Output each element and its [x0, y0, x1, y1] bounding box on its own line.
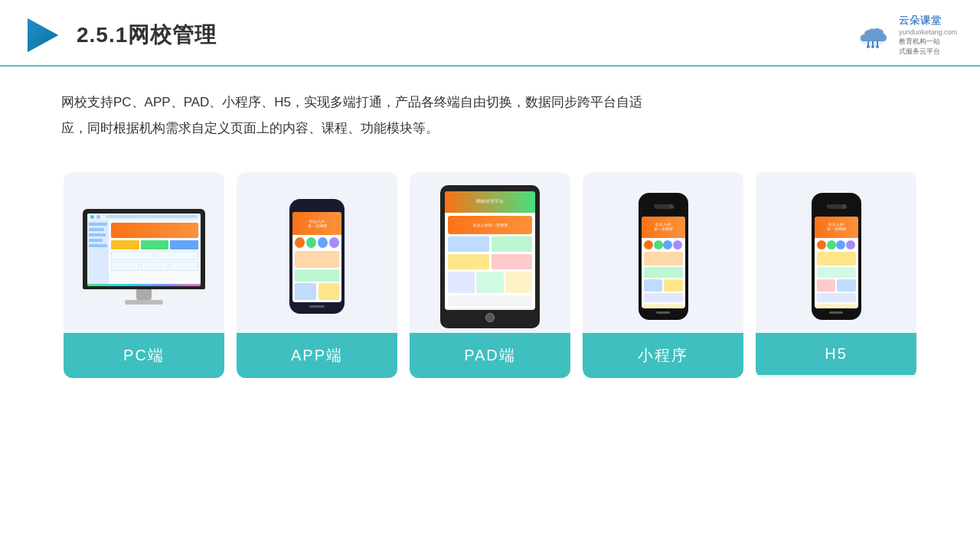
page-header: 2.5.1网校管理 云朵课堂 yunduoketang.com 教育机构一站 式… [0, 0, 980, 67]
svg-point-3 [867, 45, 870, 48]
tablet-mockup: 网校管理平台 职达人的第一堂网课 [440, 185, 540, 328]
miniprogram-phone-mockup: 职达人的第一堂网课 [639, 193, 688, 320]
h5-card: 职达人的第一堂网课 [756, 172, 916, 378]
monitor-mockup [83, 209, 205, 305]
miniprogram-card-label: 小程序 [583, 333, 743, 378]
pc-card-label: PC端 [64, 333, 224, 378]
header-left: 2.5.1网校管理 [23, 15, 217, 55]
brand-cloud-icon [854, 21, 891, 49]
miniprogram-card: 职达人的第一堂网课 [583, 172, 743, 378]
header-right: 云朵课堂 yunduoketang.com 教育机构一站 式服务云平台 [854, 14, 957, 56]
svg-marker-1 [28, 18, 58, 52]
device-cards-container: PC端 职达人的第一堂网课 [0, 157, 980, 393]
h5-card-image: 职达人的第一堂网课 [756, 172, 916, 333]
brand-slogan: 教育机构一站 式服务云平台 [899, 37, 940, 56]
miniprogram-card-image: 职达人的第一堂网课 [583, 172, 743, 333]
pad-card-image: 网校管理平台 职达人的第一堂网课 [410, 172, 570, 333]
svg-point-5 [876, 45, 879, 48]
description-text: 网校支持PC、APP、PAD、小程序、H5，实现多端打通，产品各终端自由切换，数… [0, 67, 689, 149]
h5-card-label: H5 [756, 333, 916, 375]
app-card-image: 职达人的第一堂网课 [237, 172, 397, 333]
brand-cn-name: 云朵课堂 [899, 14, 942, 28]
logo-icon [23, 15, 63, 55]
pc-card: PC端 [64, 172, 224, 378]
h5-phone-mockup: 职达人的第一堂网课 [812, 193, 861, 320]
app-phone-mockup: 职达人的第一堂网课 [289, 199, 345, 314]
brand-url: yunduoketang.com [899, 28, 957, 36]
pad-card-label: PAD端 [410, 333, 570, 378]
pc-card-image [64, 172, 224, 333]
brand-info: 云朵课堂 yunduoketang.com 教育机构一站 式服务云平台 [899, 14, 957, 56]
app-card-label: APP端 [237, 333, 397, 378]
page-title: 2.5.1网校管理 [77, 21, 217, 50]
svg-point-4 [871, 45, 874, 48]
pad-card: 网校管理平台 职达人的第一堂网课 [410, 172, 570, 378]
app-card: 职达人的第一堂网课 [237, 172, 397, 378]
